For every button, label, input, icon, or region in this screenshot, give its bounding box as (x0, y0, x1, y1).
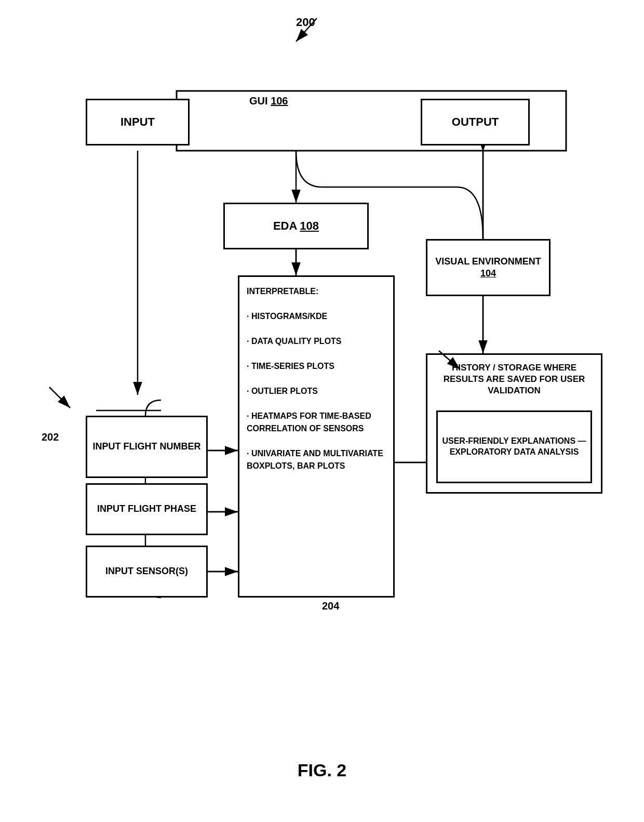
label-204: 204 (322, 600, 339, 612)
input-flight-phase-box: INPUT FLIGHT PHASE (86, 483, 208, 535)
svg-line-29 (439, 351, 460, 369)
ref-arrow-202 (42, 385, 83, 416)
interpretable-box: INTERPRETABLE: · HISTOGRAMS/KDE · DATA Q… (238, 275, 395, 598)
output-box: OUTPUT (421, 99, 530, 145)
gui-label: GUI 106 (249, 95, 288, 107)
input-flight-number-box: INPUT FLIGHT NUMBER (86, 416, 208, 478)
input-box: INPUT (86, 99, 190, 145)
svg-line-25 (296, 18, 317, 42)
ref-arrow-206 (431, 348, 473, 374)
figure-label: FIG. 2 (298, 760, 346, 780)
eda-box: EDA 108 (223, 203, 369, 249)
svg-line-27 (49, 387, 70, 408)
diagram-container: 200 GUI 106 INPUT OUTPUT EDA 108 VISUAL … (0, 0, 644, 822)
visual-env-box: VISUAL ENVIRONMENT104 (426, 239, 551, 296)
user-friendly-box: USER-FRIENDLY EXPLANATIONS — EXPLORATORY… (436, 410, 592, 483)
input-sensors-box: INPUT SENSOR(S) (86, 546, 208, 598)
ref-arrow-200 (286, 16, 327, 47)
label-202: 202 (42, 431, 59, 443)
